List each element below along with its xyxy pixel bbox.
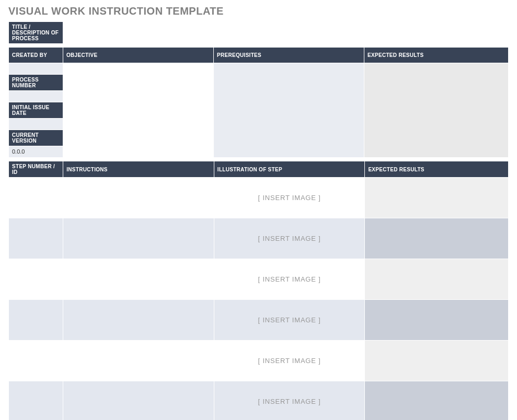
step-instructions[interactable] [63, 218, 214, 259]
hdr-prerequisites: PREREQUISITES [214, 48, 364, 63]
val-prerequisites[interactable] [214, 63, 364, 158]
step-row: [ INSERT IMAGE ] [9, 341, 509, 381]
title-label: TITLE / DESCRIPTION OF PROCESS [9, 22, 63, 44]
step-row: [ INSERT IMAGE ] [9, 259, 509, 300]
val-initial-issue-date[interactable] [9, 119, 63, 130]
hdr-illustration: ILLUSTRATION OF STEP [214, 161, 365, 178]
step-row: [ INSERT IMAGE ] [9, 178, 509, 218]
hdr-expected-results: EXPECTED RESULTS [364, 48, 509, 63]
val-current-version[interactable]: 0.0.0 [9, 146, 63, 158]
step-expected[interactable] [365, 178, 509, 218]
hdr-step-number: STEP NUMBER / ID [9, 161, 63, 178]
val-expected-results-top[interactable] [364, 63, 509, 158]
step-expected[interactable] [365, 300, 509, 341]
step-row: [ INSERT IMAGE ] [9, 218, 509, 259]
hdr-initial-issue-date: INITIAL ISSUE DATE [9, 102, 63, 119]
step-id[interactable] [9, 300, 63, 341]
step-expected[interactable] [365, 341, 509, 381]
step-id[interactable] [9, 178, 63, 218]
step-row: [ INSERT IMAGE ] [9, 381, 509, 421]
step-instructions[interactable] [63, 300, 214, 341]
step-illustration[interactable]: [ INSERT IMAGE ] [214, 381, 365, 421]
steps-table: STEP NUMBER / ID INSTRUCTIONS ILLUSTRATI… [8, 161, 509, 420]
step-id[interactable] [9, 381, 63, 421]
page-title: VISUAL WORK INSTRUCTION TEMPLATE [8, 5, 509, 17]
hdr-process-number: PROCESS NUMBER [9, 75, 63, 91]
step-instructions[interactable] [63, 341, 214, 381]
step-expected[interactable] [365, 381, 509, 421]
hdr-objective: OBJECTIVE [63, 48, 214, 63]
step-illustration[interactable]: [ INSERT IMAGE ] [214, 178, 365, 218]
step-illustration[interactable]: [ INSERT IMAGE ] [214, 259, 365, 300]
val-objective[interactable] [63, 63, 214, 158]
step-illustration[interactable]: [ INSERT IMAGE ] [214, 341, 365, 381]
hdr-instructions: INSTRUCTIONS [63, 161, 214, 178]
step-instructions[interactable] [63, 178, 214, 218]
title-value[interactable] [63, 22, 509, 44]
hdr-expected-results-steps: EXPECTED RESULTS [365, 161, 509, 178]
step-id[interactable] [9, 259, 63, 300]
meta-block: CREATED BY OBJECTIVE PREREQUISITES EXPEC… [8, 47, 509, 158]
step-instructions[interactable] [63, 259, 214, 300]
step-expected[interactable] [365, 259, 509, 300]
step-id[interactable] [9, 218, 63, 259]
val-process-number[interactable] [9, 91, 63, 102]
hdr-created-by: CREATED BY [9, 48, 63, 63]
hdr-current-version: CURRENT VERSION [9, 130, 63, 146]
step-expected[interactable] [365, 218, 509, 259]
title-block: TITLE / DESCRIPTION OF PROCESS [8, 21, 509, 44]
step-illustration[interactable]: [ INSERT IMAGE ] [214, 300, 365, 341]
val-created-by[interactable] [9, 63, 63, 75]
step-instructions[interactable] [63, 381, 214, 421]
step-row: [ INSERT IMAGE ] [9, 300, 509, 341]
step-id[interactable] [9, 341, 63, 381]
step-illustration[interactable]: [ INSERT IMAGE ] [214, 218, 365, 259]
